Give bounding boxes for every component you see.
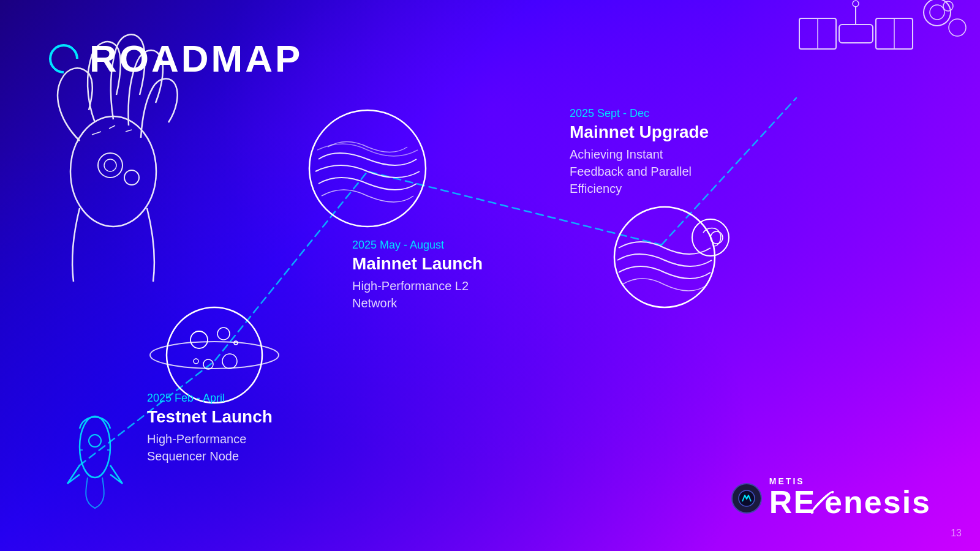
svg-point-11 xyxy=(167,307,262,403)
mainnet-upgrade-planet xyxy=(614,207,729,307)
mainnet-launch-planet xyxy=(309,110,426,227)
mainnet-launch-desc: High-Performance L2 Network xyxy=(352,277,483,312)
mainnet-upgrade-name: Mainnet Upgrade xyxy=(570,122,709,142)
canvas-svg xyxy=(0,0,980,551)
svg-rect-26 xyxy=(876,18,913,49)
svg-point-33 xyxy=(943,1,953,11)
svg-point-3 xyxy=(124,170,139,185)
testnet-desc: High-Performance Sequencer Node xyxy=(147,430,273,465)
svg-line-4 xyxy=(92,132,101,135)
svg-point-7 xyxy=(80,416,110,478)
mainnet-upgrade-date: 2025 Sept - Dec xyxy=(570,107,709,120)
svg-point-19 xyxy=(309,110,426,227)
svg-point-12 xyxy=(150,342,279,369)
svg-point-30 xyxy=(924,0,951,26)
logo-c-icon xyxy=(43,38,85,80)
svg-point-14 xyxy=(217,328,230,340)
svg-point-17 xyxy=(194,359,198,364)
metis-text-block: METIS REenesis xyxy=(769,476,931,520)
svg-point-0 xyxy=(70,116,156,227)
mainnet-upgrade-desc: Achieving Instant Feedback and Parallel … xyxy=(570,146,709,197)
svg-point-16 xyxy=(222,354,237,369)
slide: ROADMAP 2025 Feb - April Testnet Launch … xyxy=(0,0,980,551)
svg-point-32 xyxy=(949,19,966,36)
svg-point-31 xyxy=(930,5,944,20)
svg-point-13 xyxy=(190,331,208,348)
rocket xyxy=(67,416,123,508)
svg-point-15 xyxy=(203,359,213,369)
space-station xyxy=(799,0,966,49)
metis-logo: METIS REenesis xyxy=(731,476,931,520)
metis-icon xyxy=(731,483,762,514)
milestone-testnet: 2025 Feb - April Testnet Launch High-Per… xyxy=(147,392,273,465)
milestone-mainnet-launch: 2025 May - August Mainnet Launch High-Pe… xyxy=(352,239,483,312)
svg-point-21 xyxy=(692,219,729,256)
background-overlay xyxy=(0,0,980,551)
testnet-planet xyxy=(150,307,279,403)
title-area: ROADMAP xyxy=(49,37,303,80)
testnet-date: 2025 Feb - April xyxy=(147,392,273,405)
svg-point-8 xyxy=(89,435,101,447)
svg-line-6 xyxy=(126,130,132,132)
genesis-text: REenesis xyxy=(769,486,931,520)
mainnet-launch-name: Mainnet Launch xyxy=(352,254,483,274)
mainnet-launch-date: 2025 May - August xyxy=(352,239,483,252)
page-title: ROADMAP xyxy=(89,37,303,80)
svg-rect-24 xyxy=(799,18,836,49)
page-number: 13 xyxy=(951,528,962,539)
testnet-name: Testnet Launch xyxy=(147,407,273,427)
svg-point-1 xyxy=(98,153,123,178)
milestone-mainnet-upgrade: 2025 Sept - Dec Mainnet Upgrade Achievin… xyxy=(570,107,709,197)
svg-point-22 xyxy=(710,231,723,244)
svg-point-29 xyxy=(853,1,859,7)
svg-point-20 xyxy=(614,207,715,307)
svg-point-2 xyxy=(104,159,116,171)
svg-line-5 xyxy=(109,126,115,129)
svg-point-18 xyxy=(234,341,238,345)
svg-rect-23 xyxy=(839,24,873,43)
